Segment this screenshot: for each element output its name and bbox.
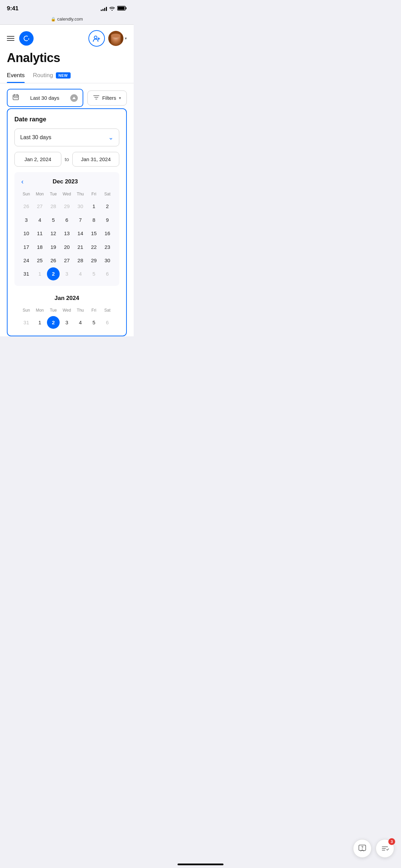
cal-day[interactable]: 11 [33, 227, 46, 240]
cal-day[interactable]: 25 [33, 254, 46, 267]
cal-day[interactable]: 3 [60, 267, 73, 280]
calendar-dec-2023: ‹ Dec 2023 Sun Mon Tue Wed Thu Fri Sat 2… [14, 172, 119, 286]
tabs: Events Routing NEW [7, 72, 127, 83]
cal-day[interactable]: 3 [20, 213, 33, 226]
cal-day[interactable]: 3 [60, 316, 73, 329]
header-right: ▾ [88, 30, 127, 47]
calendar-jan-2024: Jan 2024 Sun Mon Tue Wed Thu Fri Sat 31 … [14, 291, 119, 329]
cal-day[interactable]: 8 [87, 213, 100, 226]
cal-day[interactable]: 1 [87, 200, 100, 213]
cal-day[interactable]: 1 [33, 316, 46, 329]
cal-day[interactable]: 26 [47, 254, 60, 267]
cal-day-selected[interactable]: 2 [47, 267, 60, 280]
cal-day[interactable]: 30 [101, 254, 114, 267]
svg-rect-1 [125, 7, 126, 9]
cal-day[interactable]: 5 [87, 316, 100, 329]
svg-rect-2 [118, 7, 125, 10]
cal-day[interactable]: 5 [47, 213, 60, 226]
calendar-dec-header: ‹ Dec 2023 [20, 178, 114, 185]
add-user-button[interactable] [88, 30, 105, 47]
cal-day[interactable]: 26 [20, 200, 33, 213]
lock-icon: 🔒 [51, 17, 56, 22]
start-date-input[interactable]: Jan 2, 2024 [14, 152, 61, 167]
cal-day[interactable]: 28 [74, 254, 87, 267]
cal-day[interactable]: 28 [47, 200, 60, 213]
cal-day[interactable]: 23 [101, 240, 114, 253]
dow-tue: Tue [47, 306, 60, 315]
cal-day[interactable]: 27 [33, 200, 46, 213]
tab-routing[interactable]: Routing NEW [33, 72, 71, 83]
cal-day[interactable]: 15 [87, 227, 100, 240]
cal-day[interactable]: 29 [60, 200, 73, 213]
end-date-input[interactable]: Jan 31, 2024 [72, 152, 119, 167]
tabs-container: Events Routing NEW [0, 72, 134, 83]
cal-day[interactable]: 16 [101, 227, 114, 240]
browser-bar: 🔒 calendly.com [0, 15, 134, 24]
svg-point-4 [94, 36, 97, 39]
dow-thu: Thu [74, 190, 87, 199]
cal-day[interactable]: 4 [74, 316, 87, 329]
cal-day[interactable]: 17 [20, 240, 33, 253]
dow-fri: Fri [87, 190, 100, 199]
cal-day[interactable]: 20 [60, 240, 73, 253]
status-time: 9:41 [7, 5, 19, 12]
cal-day[interactable]: 4 [74, 267, 87, 280]
cal-day[interactable]: 14 [74, 227, 87, 240]
selected-range-option: Last 30 days [20, 134, 51, 141]
user-avatar-wrapper[interactable]: ▾ [108, 31, 127, 46]
filter-row: Last 30 days Filters ▾ [0, 83, 134, 107]
cal-day[interactable]: 5 [87, 267, 100, 280]
dow-mon: Mon [33, 306, 46, 315]
page-title: Analytics [0, 49, 134, 72]
svg-rect-8 [17, 97, 18, 98]
cal-day[interactable]: 18 [33, 240, 46, 253]
dow-sun: Sun [20, 190, 33, 199]
calendar-jan-grid: Sun Mon Tue Wed Thu Fri Sat 31 1 2 3 4 5… [20, 306, 114, 329]
cal-day-selected-jan[interactable]: 2 [47, 316, 60, 329]
cal-day[interactable]: 21 [74, 240, 87, 253]
calendar-dec-grid: Sun Mon Tue Wed Thu Fri Sat 26 27 28 29 … [20, 190, 114, 280]
cal-day[interactable]: 7 [74, 213, 87, 226]
calendar-prev-button[interactable]: ‹ [20, 178, 25, 185]
cal-day[interactable]: 27 [60, 254, 73, 267]
new-badge: NEW [56, 72, 71, 79]
cal-day[interactable]: 4 [33, 213, 46, 226]
cal-day[interactable]: 12 [47, 227, 60, 240]
svg-rect-7 [15, 97, 16, 98]
header-left [7, 31, 34, 46]
cal-day[interactable]: 13 [60, 227, 73, 240]
date-range-select[interactable]: Last 30 days ⌄ [14, 129, 119, 146]
filters-button[interactable]: Filters ▾ [87, 91, 127, 106]
cal-day[interactable]: 31 [20, 316, 33, 329]
select-chevron-icon: ⌄ [108, 134, 113, 141]
cal-day[interactable]: 9 [101, 213, 114, 226]
filter-icon [93, 95, 99, 101]
calendly-logo[interactable] [19, 31, 34, 46]
cal-day[interactable]: 10 [20, 227, 33, 240]
avatar [108, 31, 123, 46]
cal-day[interactable]: 24 [20, 254, 33, 267]
browser-url: calendly.com [57, 16, 83, 22]
cal-day[interactable]: 22 [87, 240, 100, 253]
cal-day[interactable]: 6 [101, 267, 114, 280]
cal-day[interactable]: 19 [47, 240, 60, 253]
cal-day[interactable]: 1 [33, 267, 46, 280]
dow-wed: Wed [60, 190, 73, 199]
cal-day[interactable]: 31 [20, 267, 33, 280]
tab-events[interactable]: Events [7, 72, 25, 83]
cal-day[interactable]: 6 [60, 213, 73, 226]
cal-day[interactable]: 29 [87, 254, 100, 267]
signal-bars-icon [101, 6, 107, 11]
app-header: ▾ [0, 25, 134, 49]
dow-sun: Sun [20, 306, 33, 315]
cal-day[interactable]: 6 [101, 316, 114, 329]
cal-day[interactable]: 30 [74, 200, 87, 213]
dow-fri: Fri [87, 306, 100, 315]
expand-icon [70, 94, 78, 102]
svg-point-3 [22, 34, 31, 43]
date-range-button[interactable]: Last 30 days [7, 89, 83, 107]
hamburger-menu-icon[interactable] [7, 36, 14, 41]
dow-tue: Tue [47, 190, 60, 199]
cal-day[interactable]: 2 [101, 200, 114, 213]
avatar-image [108, 31, 123, 46]
